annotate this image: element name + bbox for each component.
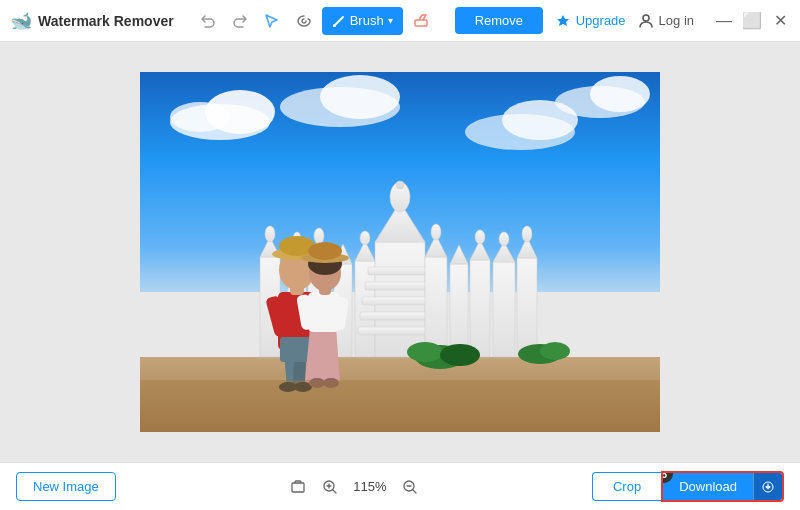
zoom-out-button[interactable] [398, 475, 422, 499]
svg-point-55 [540, 342, 570, 360]
svg-point-52 [407, 342, 443, 362]
bottom-toolbar: New Image 115% Crop 5 [0, 462, 800, 510]
svg-point-8 [320, 75, 400, 119]
svg-rect-40 [450, 264, 468, 357]
toolbar-tools: Brush ▾ [194, 7, 435, 35]
svg-point-47 [499, 232, 509, 246]
titlebar: 🐋 Watermark Remover [0, 0, 800, 42]
close-button[interactable]: ✕ [770, 11, 790, 31]
svg-point-16 [265, 226, 275, 242]
svg-rect-37 [425, 257, 447, 357]
svg-point-44 [475, 230, 485, 244]
zoom-controls: 115% [286, 475, 422, 499]
download-arrow-button[interactable] [753, 473, 782, 500]
brush-label: Brush [350, 13, 384, 28]
svg-rect-82 [292, 483, 304, 492]
svg-rect-48 [517, 258, 537, 357]
login-button[interactable]: Log in [638, 13, 694, 29]
svg-rect-45 [493, 262, 515, 357]
remove-button[interactable]: Remove [455, 7, 543, 34]
undo-button[interactable] [194, 7, 222, 35]
upgrade-button[interactable]: Upgrade [555, 13, 626, 29]
app-logo: 🐋 Watermark Remover [10, 10, 174, 32]
zoom-level: 115% [350, 479, 390, 494]
svg-point-22 [314, 228, 324, 244]
svg-point-0 [333, 24, 336, 27]
scene-image [140, 72, 660, 432]
svg-point-53 [440, 344, 480, 366]
lasso-tool-button[interactable] [290, 7, 318, 35]
maximize-button[interactable]: ⬜ [742, 11, 762, 31]
svg-point-6 [170, 102, 230, 132]
zoom-restore-button[interactable] [286, 475, 310, 499]
redo-button[interactable] [226, 7, 254, 35]
login-label: Log in [659, 13, 694, 28]
upgrade-label: Upgrade [576, 13, 626, 28]
select-tool-button[interactable] [258, 7, 286, 35]
svg-point-2 [643, 15, 649, 21]
svg-point-12 [590, 76, 650, 112]
minimize-button[interactable]: — [714, 11, 734, 31]
zoom-in-button[interactable] [318, 475, 342, 499]
main-canvas-area [0, 42, 800, 462]
svg-rect-33 [365, 282, 435, 290]
eraser-tool-button[interactable] [407, 7, 435, 35]
svg-point-39 [431, 224, 441, 240]
svg-rect-32 [368, 267, 432, 275]
svg-point-78 [308, 242, 342, 260]
crop-button[interactable]: Crop [592, 472, 661, 501]
svg-rect-81 [140, 380, 660, 432]
svg-rect-25 [355, 261, 375, 357]
download-button[interactable]: Download [663, 473, 753, 500]
bottom-left: New Image [16, 472, 116, 501]
image-container [140, 72, 660, 432]
app-title: Watermark Remover [38, 13, 174, 29]
new-image-button[interactable]: New Image [16, 472, 116, 501]
svg-rect-1 [415, 20, 427, 26]
bottom-right: Crop 5 Download [592, 471, 784, 502]
window-controls: — ⬜ ✕ [714, 11, 790, 31]
svg-point-50 [522, 226, 532, 242]
svg-marker-70 [305, 327, 340, 382]
titlebar-right: Upgrade Log in — ⬜ ✕ [555, 11, 790, 31]
brush-tool-button[interactable]: Brush ▾ [322, 7, 403, 35]
svg-point-27 [360, 231, 370, 245]
download-group: 5 Download [661, 471, 784, 502]
svg-rect-42 [470, 260, 490, 357]
svg-point-31 [396, 181, 404, 189]
brush-chevron-icon: ▾ [388, 15, 393, 26]
logo-icon: 🐋 [10, 10, 32, 32]
